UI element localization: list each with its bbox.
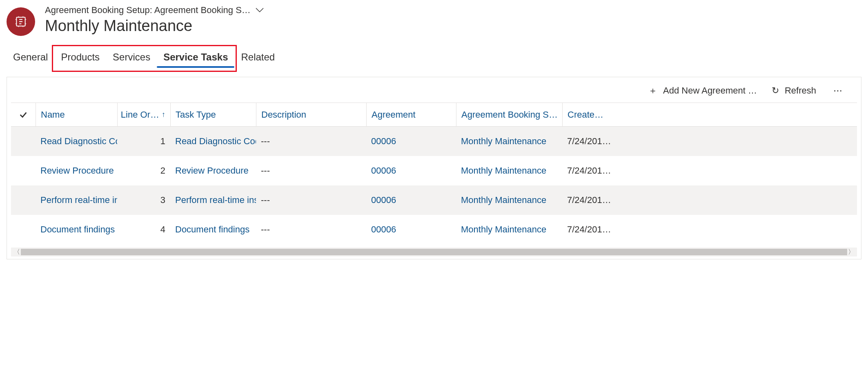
cell-agreement-booking-setup[interactable]: Monthly Maintenance	[456, 185, 562, 215]
cell-agreement[interactable]: 00006	[366, 127, 456, 156]
cell-task-type[interactable]: Read Diagnostic Codes	[170, 127, 256, 156]
cell-agreement-booking-setup[interactable]: Monthly Maintenance	[456, 156, 562, 185]
tab-products[interactable]: Products	[54, 47, 106, 67]
command-bar: ＋ Add New Agreement … ↻ Refresh ⋯	[11, 85, 857, 103]
tab-general[interactable]: General	[7, 47, 54, 67]
cell-task-type[interactable]: Perform real-time insp	[170, 185, 256, 215]
scroll-left-icon[interactable]: 〈	[13, 248, 20, 257]
column-agreement-booking-setup[interactable]: Agreement Booking S…	[456, 103, 562, 126]
more-commands-button[interactable]: ⋯	[831, 85, 846, 96]
page-title: Monthly Maintenance	[45, 17, 264, 35]
cell-line-order: 1	[117, 127, 170, 156]
grid-header: Name Line Or…↑ Task Type Description Agr…	[11, 103, 857, 127]
grid-body: Read Diagnostic Codes1Read Diagnostic Co…	[11, 127, 857, 244]
row-select[interactable]	[11, 156, 36, 185]
scroll-right-icon[interactable]: 〉	[848, 248, 855, 257]
cell-description: ---	[256, 156, 366, 185]
tab-related[interactable]: Related	[234, 47, 281, 67]
tab-services[interactable]: Services	[106, 47, 157, 67]
cell-created: 7/24/201…	[562, 127, 619, 156]
cell-description: ---	[256, 127, 366, 156]
tab-service-tasks[interactable]: Service Tasks	[157, 47, 234, 67]
cell-task-type[interactable]: Review Procedure	[170, 156, 256, 185]
cell-task-type[interactable]: Document findings	[170, 215, 256, 244]
row-select[interactable]	[11, 215, 36, 244]
tabs: GeneralProductsServicesService TasksRela…	[7, 47, 861, 67]
sort-asc-icon: ↑	[162, 110, 165, 119]
cell-name[interactable]: Review Procedure	[36, 156, 117, 185]
cell-agreement[interactable]: 00006	[366, 185, 456, 215]
column-line-order[interactable]: Line Or…↑	[117, 103, 170, 126]
table-row[interactable]: Perform real-time insp3Perform real-time…	[11, 185, 857, 215]
cell-description: ---	[256, 215, 366, 244]
column-name[interactable]: Name	[36, 103, 117, 126]
page-header: Agreement Booking Setup: Agreement Booki…	[7, 5, 861, 36]
cell-created: 7/24/201…	[562, 156, 619, 185]
refresh-icon: ↻	[772, 85, 779, 96]
entity-icon	[7, 7, 35, 36]
breadcrumb[interactable]: Agreement Booking Setup: Agreement Booki…	[45, 5, 264, 16]
column-description[interactable]: Description	[256, 103, 366, 126]
horizontal-scrollbar[interactable]: 〈 〉	[11, 248, 857, 257]
cell-agreement[interactable]: 00006	[366, 156, 456, 185]
cell-agreement[interactable]: 00006	[366, 215, 456, 244]
plus-icon: ＋	[648, 85, 657, 97]
column-created[interactable]: Create…	[562, 103, 619, 126]
chevron-down-icon[interactable]	[256, 6, 264, 15]
refresh-label: Refresh	[785, 85, 816, 96]
cell-line-order: 2	[117, 156, 170, 185]
breadcrumb-text: Agreement Booking Setup: Agreement Booki…	[45, 5, 251, 16]
cell-line-order: 4	[117, 215, 170, 244]
cell-name[interactable]: Perform real-time insp	[36, 185, 117, 215]
row-select[interactable]	[11, 185, 36, 215]
cell-created: 7/24/201…	[562, 185, 619, 215]
cell-agreement-booking-setup[interactable]: Monthly Maintenance	[456, 215, 562, 244]
cell-created: 7/24/201…	[562, 215, 619, 244]
column-agreement[interactable]: Agreement	[366, 103, 456, 126]
cell-agreement-booking-setup[interactable]: Monthly Maintenance	[456, 127, 562, 156]
refresh-button[interactable]: ↻ Refresh	[772, 85, 816, 96]
scroll-track[interactable]	[21, 249, 847, 255]
select-all-column[interactable]	[11, 103, 36, 126]
cell-name[interactable]: Read Diagnostic Codes	[36, 127, 117, 156]
table-row[interactable]: Review Procedure2Review Procedure---0000…	[11, 156, 857, 185]
cell-line-order: 3	[117, 185, 170, 215]
table-row[interactable]: Document findings4Document findings---00…	[11, 215, 857, 244]
cell-description: ---	[256, 185, 366, 215]
add-new-label: Add New Agreement …	[663, 85, 757, 96]
add-new-button[interactable]: ＋ Add New Agreement …	[648, 85, 757, 97]
column-task-type[interactable]: Task Type	[170, 103, 256, 126]
cell-name[interactable]: Document findings	[36, 215, 117, 244]
grid-section: ＋ Add New Agreement … ↻ Refresh ⋯ Name L…	[7, 77, 861, 259]
table-row[interactable]: Read Diagnostic Codes1Read Diagnostic Co…	[11, 127, 857, 156]
row-select[interactable]	[11, 127, 36, 156]
